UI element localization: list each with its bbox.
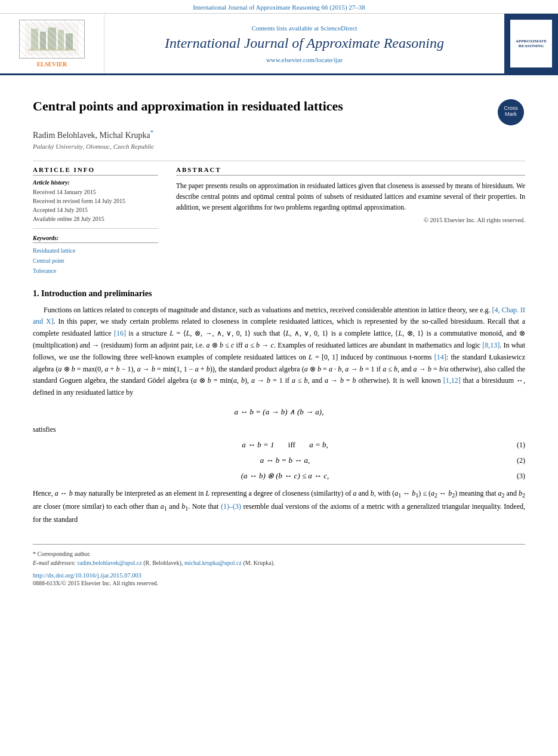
- section-1-para1: Functions on lattices related to concept…: [33, 305, 525, 399]
- section-1-heading: 1. Introduction and preliminaries: [33, 289, 525, 299]
- main-content: Central points and approximation in resi…: [0, 75, 558, 600]
- journal-url[interactable]: www.elsevier.com/locate/ijar: [266, 56, 343, 63]
- available-online-date: Available online 28 July 2015: [33, 214, 158, 223]
- svg-text:Cross: Cross: [504, 105, 518, 111]
- email-2[interactable]: michal.krupka@upol.cz: [184, 560, 242, 566]
- ref-14[interactable]: [14]: [434, 353, 446, 361]
- elsevier-logo-area: ELSEVIER: [0, 14, 104, 73]
- eq1-iff: iff: [288, 440, 295, 449]
- svg-rect-6: [28, 49, 76, 51]
- equation-2-content: a ↔ b = b ↔ a,: [69, 456, 501, 465]
- eq3-content: (a ↔ b) ⊗ (b ↔ c) ≤ a ↔ c,: [241, 471, 329, 480]
- svg-rect-3: [48, 27, 56, 50]
- top-bar: International Journal of Approximate Rea…: [0, 0, 558, 14]
- eq3-label: (3): [501, 472, 525, 481]
- svg-rect-4: [58, 30, 64, 50]
- keyword-2[interactable]: Central point: [33, 256, 158, 266]
- author-star: *: [150, 129, 153, 136]
- email-line: E-mail addresses: radim.belohlavek@upol.…: [33, 558, 525, 567]
- abstract-panel: ABSTRACT The paper presents results on a…: [176, 166, 525, 276]
- keyword-3[interactable]: Tolerance: [33, 266, 158, 276]
- science-direct-link-text[interactable]: ScienceDirect: [320, 24, 357, 32]
- abstract-heading: ABSTRACT: [176, 166, 525, 176]
- section-1-para2: Hence, a ↔ b may naturally be interprete…: [33, 488, 525, 526]
- ref-4[interactable]: [4, Chap. II and X]: [33, 306, 525, 326]
- info-abstract-section: ARTICLE INFO Article history: Received 1…: [33, 166, 525, 276]
- svg-rect-1: [31, 29, 38, 50]
- journal-logo-right: APPROXIMATE REASONING: [504, 14, 558, 73]
- ref-8-13[interactable]: [8,13]: [482, 341, 500, 349]
- divider: [33, 161, 525, 161]
- satisfies-line: satisfies: [33, 425, 525, 434]
- svg-rect-5: [66, 33, 73, 50]
- crossmark-logo: Cross Mark: [497, 98, 525, 129]
- elsevier-logo-box: [19, 20, 85, 59]
- main-eq-content: a ↔ b = (a → b) ∧ (b → a),: [235, 407, 324, 416]
- equation-1-content: a ↔ b = 1 iff a = b,: [69, 440, 501, 450]
- keywords-title: Keywords:: [33, 235, 158, 243]
- received-date: Received 14 January 2015: [33, 188, 158, 196]
- journal-header: ELSEVIER Contents lists available at Sci…: [0, 14, 558, 75]
- main-equation: a ↔ b = (a → b) ∧ (b → a),: [33, 407, 525, 417]
- abstract-text: The paper presents results on approximat…: [176, 180, 525, 213]
- keywords-section: Keywords: Residuated lattice Central poi…: [33, 235, 158, 276]
- svg-rect-2: [40, 32, 46, 50]
- email-1[interactable]: radim.belohlavek@upol.cz: [78, 560, 142, 566]
- elsevier-tree-svg: [25, 23, 79, 56]
- paper-title: Central points and approximation in resi…: [33, 98, 343, 115]
- corresponding-author-note: * Corresponding author.: [33, 549, 525, 558]
- author-names: Radim Belohlavek, Michal Krupka: [33, 131, 150, 140]
- eq2-label: (2): [501, 456, 525, 465]
- equation-3-content: (a ↔ b) ⊗ (b ↔ c) ≤ a ↔ c,: [69, 471, 501, 481]
- eq1-label: (1): [501, 441, 525, 450]
- footnote-area: * Corresponding author. E-mail addresses…: [33, 544, 525, 588]
- ref-16[interactable]: [16]: [114, 329, 126, 337]
- journal-citation: International Journal of Approximate Rea…: [193, 4, 365, 11]
- eq2-content: a ↔ b = b ↔ a,: [260, 456, 310, 465]
- authors-line: Radim Belohlavek, Michal Krupka*: [33, 129, 525, 140]
- accepted-date: Accepted 14 July 2015: [33, 205, 158, 214]
- eq1-right: a = b,: [309, 440, 328, 449]
- issn-line: 0888-613X/© 2015 Elsevier Inc. All right…: [33, 579, 525, 588]
- svg-text:Mark: Mark: [505, 111, 517, 117]
- equation-2-row: a ↔ b = b ↔ a, (2): [33, 456, 525, 465]
- approx-logo-text: APPROXIMATE REASONING: [516, 39, 547, 48]
- equation-1-row: a ↔ b = 1 iff a = b, (1): [33, 440, 525, 450]
- copyright: © 2015 Elsevier Inc. All rights reserved…: [176, 217, 525, 223]
- article-info-panel: ARTICLE INFO Article history: Received 1…: [33, 166, 158, 276]
- ref-1-3[interactable]: (1)–(3): [221, 502, 241, 511]
- doi-link[interactable]: http://dx.doi.org/10.1016/j.ijar.2015.07…: [33, 572, 141, 579]
- science-direct-line: Contents lists available at ScienceDirec…: [251, 24, 357, 32]
- ref-1-12[interactable]: [1,12]: [443, 376, 461, 385]
- journal-title: International Journal of Approximate Rea…: [165, 35, 444, 51]
- equation-3-row: (a ↔ b) ⊗ (b ↔ c) ≤ a ↔ c, (3): [33, 471, 525, 481]
- doi-line: http://dx.doi.org/10.1016/j.ijar.2015.07…: [33, 572, 525, 579]
- info-divider: [33, 228, 158, 229]
- affiliation: Palacký University, Olomouc, Czech Repub…: [33, 143, 525, 150]
- eq1-left: a ↔ b = 1: [242, 440, 274, 449]
- elsevier-brand: ELSEVIER: [37, 61, 67, 67]
- svg-rect-0: [25, 23, 79, 56]
- received-revised-date: Received in revised form 14 July 2015: [33, 196, 158, 205]
- article-info-heading: ARTICLE INFO: [33, 166, 158, 176]
- journal-center: Contents lists available at ScienceDirec…: [104, 14, 504, 73]
- keyword-1[interactable]: Residuated lattice: [33, 245, 158, 256]
- history-title: Article history:: [33, 179, 158, 186]
- approx-logo: APPROXIMATE REASONING: [510, 20, 552, 67]
